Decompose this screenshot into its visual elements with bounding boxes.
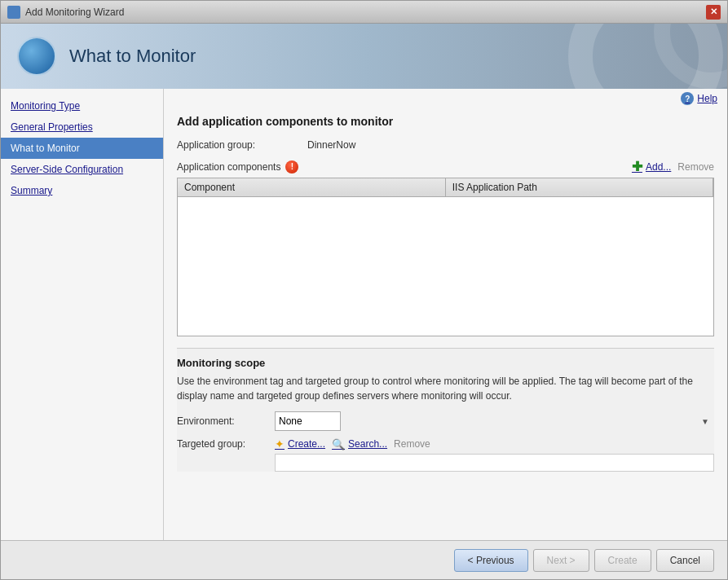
create-wizard-button[interactable]: Create — [594, 549, 651, 572]
cancel-button[interactable]: Cancel — [656, 549, 714, 572]
targeted-group-row: Targeted group: ✦ Create... 🔍 Search... … — [177, 437, 714, 450]
create-label: Create... — [288, 438, 325, 450]
table-body — [178, 197, 713, 336]
footer: < Previous Next > Create Cancel — [1, 540, 727, 579]
application-group-value: DinnerNow — [307, 139, 355, 151]
title-bar-left: Add Monitoring Wizard — [7, 6, 124, 19]
sidebar-item-server-side-config[interactable]: Server-Side Configuration — [1, 159, 163, 180]
remove-button: Remove — [677, 161, 714, 173]
add-button[interactable]: ✚ Add... — [632, 159, 671, 174]
help-icon: ? — [681, 92, 694, 105]
add-label: Add... — [646, 161, 671, 173]
scope-title: Monitoring scope — [177, 357, 714, 369]
next-button[interactable]: Next > — [533, 549, 589, 572]
help-link[interactable]: ? Help — [681, 92, 717, 105]
targeted-group-label: Targeted group: — [177, 438, 275, 450]
sidebar-item-general-properties[interactable]: General Properties — [1, 116, 163, 138]
create-icon: ✦ — [275, 437, 285, 450]
col-iis-path: IIS Application Path — [445, 178, 713, 197]
targeted-remove-button: Remove — [394, 438, 430, 450]
wizard-window: Add Monitoring Wizard ✕ What to Monitor … — [0, 0, 728, 580]
title-bar: Add Monitoring Wizard ✕ — [1, 1, 727, 24]
targeted-value-row — [177, 454, 714, 472]
previous-button[interactable]: < Previous — [454, 549, 528, 572]
col-component: Component — [178, 178, 445, 197]
scope-desc: Use the environment tag and targeted gro… — [177, 374, 714, 403]
help-bar: ? Help — [164, 89, 727, 108]
main-content: Monitoring Type General Properties What … — [1, 89, 727, 540]
components-table: Component IIS Application Path — [177, 178, 714, 336]
sidebar: Monitoring Type General Properties What … — [1, 89, 164, 540]
environment-select[interactable]: None Development Test Production — [275, 411, 341, 431]
table-header: Component IIS Application Path — [178, 178, 713, 197]
window-icon — [7, 6, 20, 19]
header-banner: What to Monitor — [1, 24, 727, 89]
application-group-row: Application group: DinnerNow — [177, 139, 714, 151]
header-title: What to Monitor — [69, 46, 196, 67]
window-title: Add Monitoring Wizard — [25, 7, 124, 18]
sidebar-item-summary[interactable]: Summary — [1, 180, 163, 201]
application-group-label: Application group: — [177, 139, 307, 151]
app-components-text: Application components — [177, 161, 280, 173]
right-panel: ? Help Add application components to mon… — [164, 89, 727, 540]
sidebar-item-what-to-monitor: What to Monitor — [1, 138, 163, 159]
app-components-label: Application components ! — [177, 160, 298, 174]
select-wrapper: None Development Test Production — [275, 411, 714, 431]
environment-label: Environment: — [177, 415, 275, 427]
search-icon: 🔍 — [332, 438, 345, 450]
targeted-btns: ✦ Create... 🔍 Search... Remove — [275, 437, 430, 450]
create-button[interactable]: ✦ Create... — [275, 437, 325, 450]
add-icon: ✚ — [632, 159, 642, 174]
add-remove-btns: ✚ Add... Remove — [632, 159, 714, 174]
monitoring-scope-section: Monitoring scope Use the environment tag… — [177, 348, 714, 472]
help-label: Help — [697, 93, 717, 104]
section-title: Add application components to monitor — [177, 115, 714, 128]
wizard-icon — [17, 37, 56, 76]
close-button[interactable]: ✕ — [706, 5, 721, 20]
content-area: Add application components to monitor Ap… — [164, 108, 727, 540]
search-button[interactable]: 🔍 Search... — [332, 438, 387, 450]
app-components-header: Application components ! ✚ Add... Remove — [177, 159, 714, 174]
environment-row: Environment: None Development Test Produ… — [177, 411, 714, 431]
sidebar-item-monitoring-type[interactable]: Monitoring Type — [1, 95, 163, 116]
error-icon: ! — [285, 160, 298, 174]
targeted-value-box — [275, 454, 714, 472]
search-label: Search... — [348, 438, 387, 450]
